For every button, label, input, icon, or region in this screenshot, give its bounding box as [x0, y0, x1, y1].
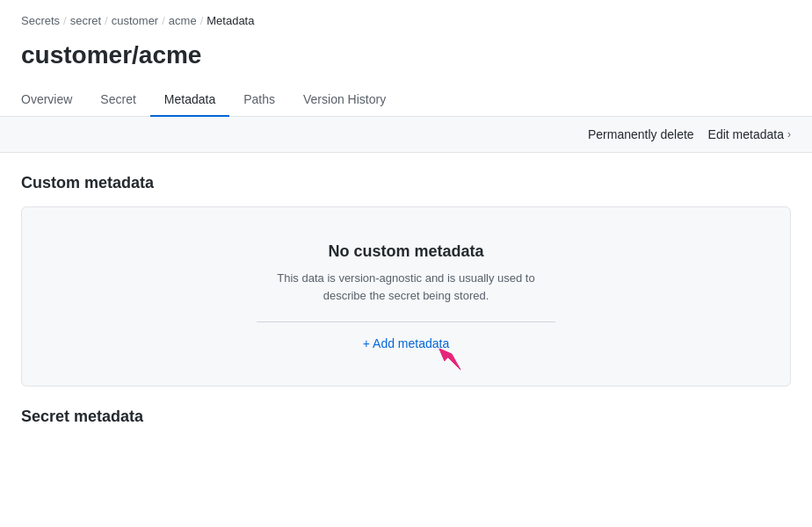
card-divider [257, 321, 555, 322]
tabs-nav: Overview Secret Metadata Paths Version H… [0, 83, 812, 117]
breadcrumb-sep-1: / [63, 14, 67, 27]
tab-paths[interactable]: Paths [229, 83, 289, 117]
breadcrumb-sep-3: / [162, 14, 165, 27]
edit-metadata-label: Edit metadata [708, 127, 784, 141]
secret-metadata-title: Secret metadata [21, 408, 791, 426]
breadcrumb-current: Metadata [207, 14, 254, 27]
breadcrumb-secret[interactable]: secret [70, 14, 101, 27]
breadcrumb-sep-4: / [200, 14, 204, 27]
custom-metadata-section: Custom metadata No custom metadata This … [0, 153, 812, 386]
breadcrumb-customer[interactable]: customer [112, 14, 158, 27]
edit-metadata-button[interactable]: Edit metadata › [708, 127, 791, 141]
custom-metadata-title: Custom metadata [21, 174, 791, 192]
breadcrumb: Secrets / secret / customer / acme / Met… [0, 0, 812, 34]
toolbar: Permanently delete Edit metadata › [0, 117, 812, 153]
add-metadata-link[interactable]: + Add metadata [363, 336, 449, 350]
tab-version-history[interactable]: Version History [289, 83, 400, 117]
svg-marker-0 [439, 349, 452, 361]
no-custom-metadata-description: This data is version-agnostic and is usu… [257, 270, 555, 304]
secret-metadata-section: Secret metadata [0, 386, 812, 426]
breadcrumb-acme[interactable]: acme [169, 14, 197, 27]
tab-metadata[interactable]: Metadata [150, 83, 229, 117]
no-custom-metadata-title: No custom metadata [328, 242, 483, 261]
breadcrumb-secrets[interactable]: Secrets [21, 14, 60, 27]
page-title: customer/acme [0, 34, 812, 83]
tab-overview[interactable]: Overview [21, 83, 86, 117]
chevron-right-icon: › [787, 128, 791, 141]
breadcrumb-sep-2: / [105, 14, 108, 27]
tab-secret[interactable]: Secret [86, 83, 149, 117]
permanently-delete-label: Permanently delete [588, 127, 694, 141]
permanently-delete-button[interactable]: Permanently delete [588, 127, 694, 141]
custom-metadata-card: No custom metadata This data is version-… [21, 206, 791, 386]
